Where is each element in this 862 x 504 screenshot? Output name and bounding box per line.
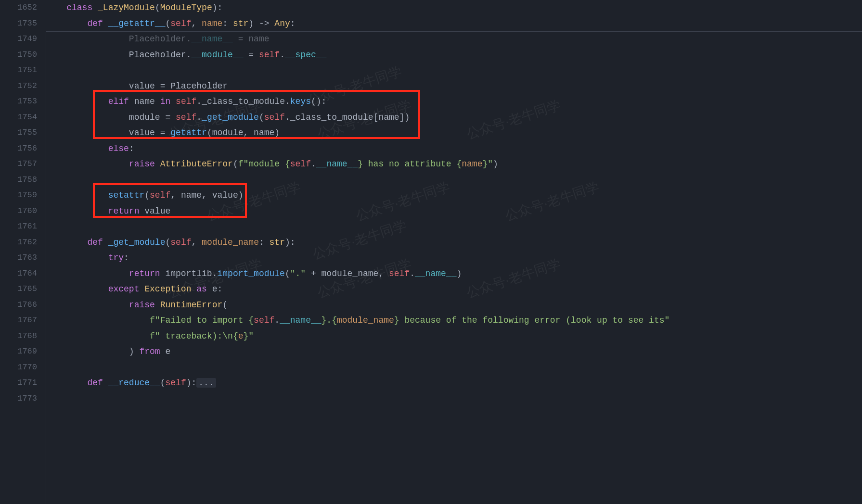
line-number[interactable]: 1751 bbox=[0, 63, 37, 78]
line-number[interactable]: 1758 bbox=[0, 172, 37, 188]
code-line[interactable]: def __getattr__(self, name: str) -> Any: bbox=[46, 16, 862, 32]
line-number[interactable]: 1754 bbox=[0, 110, 37, 126]
code-line[interactable]: Placeholder.__name__ = name bbox=[46, 31, 862, 47]
line-number[interactable]: 1755 bbox=[0, 125, 37, 141]
code-line[interactable]: value = Placeholder bbox=[46, 78, 862, 94]
code-line[interactable]: else: bbox=[46, 141, 862, 157]
line-number[interactable]: 1773 bbox=[0, 391, 37, 407]
code-line[interactable]: f"Failed to import {self.__name__}.{modu… bbox=[46, 313, 862, 328]
code-line[interactable] bbox=[46, 63, 862, 78]
line-number[interactable]: 1757 bbox=[0, 156, 37, 172]
code-line[interactable]: return importlib.import_module("." + mod… bbox=[46, 266, 862, 282]
line-number[interactable]: 1763 bbox=[0, 250, 37, 266]
line-number[interactable]: 1760 bbox=[0, 203, 37, 219]
code-line[interactable]: elif name in self._class_to_module.keys(… bbox=[46, 94, 862, 110]
line-number-gutter[interactable]: 1652 1735 1749 1750 1751 1752 1753 1754 … bbox=[0, 0, 46, 504]
code-editor[interactable]: 1652 1735 1749 1750 1751 1752 1753 1754 … bbox=[0, 0, 862, 504]
code-line[interactable]: raise AttributeError(f"module {self.__na… bbox=[46, 156, 862, 172]
line-number[interactable]: 1753 bbox=[0, 94, 37, 110]
line-number[interactable]: 1735 bbox=[0, 16, 37, 32]
code-line[interactable] bbox=[46, 172, 862, 188]
code-line[interactable]: try: bbox=[46, 250, 862, 266]
line-number[interactable]: 1756 bbox=[0, 141, 37, 157]
code-line[interactable] bbox=[46, 360, 862, 376]
fold-placeholder[interactable]: ... bbox=[196, 378, 216, 388]
code-content[interactable]: 公众号·老牛同学 公众号·老牛同学 公众号·老牛同学 公众号·老牛同学 公众号·… bbox=[46, 0, 862, 504]
code-line[interactable]: ) from e bbox=[46, 344, 862, 360]
line-number[interactable]: 1652 bbox=[0, 0, 37, 16]
line-number[interactable]: 1764 bbox=[0, 266, 37, 282]
code-line[interactable]: return value bbox=[46, 203, 862, 219]
code-line[interactable]: def _get_module(self, module_name: str): bbox=[46, 235, 862, 251]
code-line[interactable]: value = getattr(module, name) bbox=[46, 125, 862, 141]
line-number[interactable]: 1759 bbox=[0, 188, 37, 203]
line-number[interactable]: 1765 bbox=[0, 281, 37, 297]
line-number[interactable]: 1769 bbox=[0, 344, 37, 360]
line-number[interactable]: 1762 bbox=[0, 235, 37, 251]
line-number[interactable]: 1766 bbox=[0, 297, 37, 313]
code-line[interactable]: except Exception as e: bbox=[46, 281, 862, 297]
code-line[interactable]: class _LazyModule(ModuleType): bbox=[46, 0, 862, 16]
line-number[interactable]: 1752 bbox=[0, 78, 37, 94]
code-line[interactable]: def __reduce__(self):... bbox=[46, 375, 862, 391]
line-number[interactable]: 1750 bbox=[0, 47, 37, 63]
line-number[interactable]: 1767 bbox=[0, 313, 37, 328]
code-line[interactable] bbox=[46, 219, 862, 235]
line-number[interactable]: 1770 bbox=[0, 360, 37, 376]
line-number[interactable]: 1771 bbox=[0, 375, 37, 391]
code-line[interactable]: f" traceback):\n{e}" bbox=[46, 328, 862, 344]
line-number[interactable]: 1761 bbox=[0, 219, 37, 235]
code-line[interactable]: Placeholder.__module__ = self.__spec__ bbox=[46, 47, 862, 63]
code-line[interactable]: raise RuntimeError( bbox=[46, 297, 862, 313]
code-line[interactable] bbox=[46, 391, 862, 407]
line-number[interactable]: 1749 bbox=[0, 31, 37, 47]
code-line[interactable]: module = self._get_module(self._class_to… bbox=[46, 110, 862, 126]
code-line[interactable]: setattr(self, name, value) bbox=[46, 188, 862, 203]
line-number[interactable]: 1768 bbox=[0, 328, 37, 344]
